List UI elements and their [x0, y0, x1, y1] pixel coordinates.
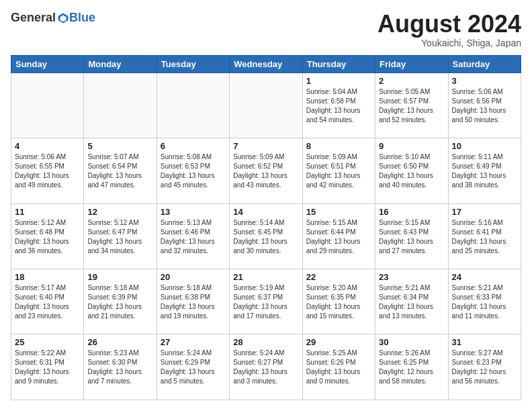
day-number: 27 [161, 337, 226, 347]
day-number: 22 [306, 272, 371, 282]
day-number: 12 [87, 207, 152, 217]
day-info: Sunrise: 5:19 AM Sunset: 6:37 PM Dayligh… [233, 283, 298, 321]
day-number: 6 [161, 141, 226, 151]
day-number: 8 [306, 141, 371, 151]
calendar-cell: 11Sunrise: 5:12 AM Sunset: 6:48 PM Dayli… [11, 203, 84, 269]
calendar-cell: 24Sunrise: 5:21 AM Sunset: 6:33 PM Dayli… [448, 269, 521, 334]
day-number: 23 [379, 272, 444, 282]
calendar-cell: 27Sunrise: 5:24 AM Sunset: 6:29 PM Dayli… [157, 334, 229, 400]
calendar-cell: 13Sunrise: 5:13 AM Sunset: 6:46 PM Dayli… [157, 203, 229, 269]
day-number: 14 [233, 207, 298, 217]
day-number: 17 [452, 207, 517, 217]
calendar-cell [230, 73, 302, 138]
day-number: 20 [161, 272, 226, 282]
calendar-cell: 23Sunrise: 5:21 AM Sunset: 6:34 PM Dayli… [375, 269, 448, 334]
day-info: Sunrise: 5:26 AM Sunset: 6:25 PM Dayligh… [379, 349, 444, 386]
calendar-cell: 15Sunrise: 5:15 AM Sunset: 6:44 PM Dayli… [302, 203, 375, 269]
day-number: 4 [15, 141, 80, 151]
day-number: 30 [379, 337, 444, 347]
day-number: 26 [87, 337, 152, 347]
day-number: 10 [452, 141, 517, 151]
calendar-cell: 25Sunrise: 5:22 AM Sunset: 6:31 PM Dayli… [11, 334, 84, 400]
day-info: Sunrise: 5:09 AM Sunset: 6:52 PM Dayligh… [233, 152, 298, 190]
calendar-cell: 10Sunrise: 5:11 AM Sunset: 6:49 PM Dayli… [448, 138, 521, 203]
day-info: Sunrise: 5:20 AM Sunset: 6:35 PM Dayligh… [306, 283, 371, 321]
calendar-cell: 4Sunrise: 5:06 AM Sunset: 6:55 PM Daylig… [11, 138, 84, 203]
day-number: 11 [15, 207, 80, 217]
day-info: Sunrise: 5:05 AM Sunset: 6:57 PM Dayligh… [379, 87, 444, 125]
calendar-header-monday: Monday [84, 55, 157, 73]
day-number: 7 [233, 141, 298, 151]
day-info: Sunrise: 5:16 AM Sunset: 6:41 PM Dayligh… [452, 218, 517, 256]
calendar-week-row: 4Sunrise: 5:06 AM Sunset: 6:55 PM Daylig… [11, 138, 521, 203]
day-number: 24 [452, 272, 517, 282]
logo: General Blue [11, 11, 95, 25]
calendar-cell: 2Sunrise: 5:05 AM Sunset: 6:57 PM Daylig… [375, 73, 448, 138]
calendar-cell [157, 73, 229, 138]
logo-icon [57, 12, 69, 24]
day-info: Sunrise: 5:06 AM Sunset: 6:56 PM Dayligh… [452, 87, 517, 125]
day-number: 1 [306, 76, 371, 86]
calendar-cell: 22Sunrise: 5:20 AM Sunset: 6:35 PM Dayli… [302, 269, 375, 334]
calendar-cell: 16Sunrise: 5:15 AM Sunset: 6:43 PM Dayli… [375, 203, 448, 269]
calendar-cell: 21Sunrise: 5:19 AM Sunset: 6:37 PM Dayli… [230, 269, 302, 334]
day-number: 29 [306, 337, 371, 347]
day-info: Sunrise: 5:14 AM Sunset: 6:45 PM Dayligh… [233, 218, 298, 256]
calendar-cell [84, 73, 157, 138]
day-info: Sunrise: 5:11 AM Sunset: 6:49 PM Dayligh… [452, 152, 517, 190]
day-info: Sunrise: 5:07 AM Sunset: 6:54 PM Dayligh… [87, 152, 152, 190]
calendar-table: SundayMondayTuesdayWednesdayThursdayFrid… [11, 55, 521, 400]
day-info: Sunrise: 5:12 AM Sunset: 6:48 PM Dayligh… [15, 218, 80, 256]
day-number: 21 [233, 272, 298, 282]
header: General Blue August 2024 Youkaichi, Shig… [11, 11, 521, 48]
calendar-cell: 1Sunrise: 5:04 AM Sunset: 6:58 PM Daylig… [302, 73, 375, 138]
calendar-cell: 17Sunrise: 5:16 AM Sunset: 6:41 PM Dayli… [448, 203, 521, 269]
day-number: 2 [379, 76, 444, 86]
day-info: Sunrise: 5:24 AM Sunset: 6:27 PM Dayligh… [233, 349, 298, 386]
calendar-cell: 9Sunrise: 5:10 AM Sunset: 6:50 PM Daylig… [375, 138, 448, 203]
day-number: 3 [452, 76, 517, 86]
logo-general-text: General [11, 11, 56, 25]
day-info: Sunrise: 5:21 AM Sunset: 6:34 PM Dayligh… [379, 283, 444, 321]
day-info: Sunrise: 5:04 AM Sunset: 6:58 PM Dayligh… [306, 87, 371, 125]
calendar-cell: 3Sunrise: 5:06 AM Sunset: 6:56 PM Daylig… [448, 73, 521, 138]
calendar-cell: 28Sunrise: 5:24 AM Sunset: 6:27 PM Dayli… [230, 334, 302, 400]
calendar-week-row: 18Sunrise: 5:17 AM Sunset: 6:40 PM Dayli… [11, 269, 521, 334]
day-number: 16 [379, 207, 444, 217]
day-number: 25 [15, 337, 80, 347]
calendar-header-saturday: Saturday [448, 55, 521, 73]
calendar-cell: 26Sunrise: 5:23 AM Sunset: 6:30 PM Dayli… [84, 334, 157, 400]
day-number: 5 [87, 141, 152, 151]
calendar-cell: 12Sunrise: 5:12 AM Sunset: 6:47 PM Dayli… [84, 203, 157, 269]
day-number: 9 [379, 141, 444, 151]
calendar-cell: 6Sunrise: 5:08 AM Sunset: 6:53 PM Daylig… [157, 138, 229, 203]
calendar-cell [11, 73, 84, 138]
day-number: 28 [233, 337, 298, 347]
day-info: Sunrise: 5:06 AM Sunset: 6:55 PM Dayligh… [15, 152, 80, 190]
calendar-week-row: 25Sunrise: 5:22 AM Sunset: 6:31 PM Dayli… [11, 334, 521, 400]
calendar-week-row: 11Sunrise: 5:12 AM Sunset: 6:48 PM Dayli… [11, 203, 521, 269]
day-info: Sunrise: 5:18 AM Sunset: 6:39 PM Dayligh… [87, 283, 152, 321]
calendar-week-row: 1Sunrise: 5:04 AM Sunset: 6:58 PM Daylig… [11, 73, 521, 138]
logo-blue-text: Blue [69, 11, 95, 25]
day-info: Sunrise: 5:25 AM Sunset: 6:26 PM Dayligh… [306, 349, 371, 386]
calendar-cell: 31Sunrise: 5:27 AM Sunset: 6:23 PM Dayli… [448, 334, 521, 400]
calendar-cell: 18Sunrise: 5:17 AM Sunset: 6:40 PM Dayli… [11, 269, 84, 334]
day-info: Sunrise: 5:21 AM Sunset: 6:33 PM Dayligh… [452, 283, 517, 321]
day-number: 19 [87, 272, 152, 282]
day-info: Sunrise: 5:09 AM Sunset: 6:51 PM Dayligh… [306, 152, 371, 190]
day-info: Sunrise: 5:17 AM Sunset: 6:40 PM Dayligh… [15, 283, 80, 321]
day-info: Sunrise: 5:18 AM Sunset: 6:38 PM Dayligh… [161, 283, 226, 321]
day-info: Sunrise: 5:24 AM Sunset: 6:29 PM Dayligh… [161, 349, 226, 386]
day-number: 31 [452, 337, 517, 347]
calendar-header-tuesday: Tuesday [157, 55, 229, 73]
title-section: August 2024 Youkaichi, Shiga, Japan [378, 11, 521, 48]
day-info: Sunrise: 5:27 AM Sunset: 6:23 PM Dayligh… [452, 349, 517, 386]
location-text: Youkaichi, Shiga, Japan [378, 38, 521, 48]
calendar-header-thursday: Thursday [302, 55, 375, 73]
calendar-header-friday: Friday [375, 55, 448, 73]
calendar-cell: 29Sunrise: 5:25 AM Sunset: 6:26 PM Dayli… [302, 334, 375, 400]
day-number: 15 [306, 207, 371, 217]
day-info: Sunrise: 5:23 AM Sunset: 6:30 PM Dayligh… [87, 349, 152, 386]
calendar-header-row: SundayMondayTuesdayWednesdayThursdayFrid… [11, 55, 521, 73]
